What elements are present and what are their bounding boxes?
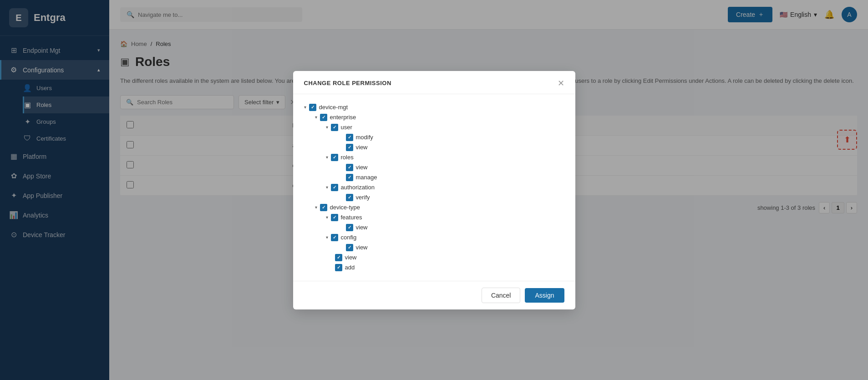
tree-item: add bbox=[326, 263, 564, 273]
tree-item: modify bbox=[337, 132, 564, 142]
tree-checkbox[interactable] bbox=[331, 234, 338, 241]
modal-title: CHANGE ROLE PERMISSION bbox=[304, 80, 391, 86]
tree-checkbox[interactable] bbox=[346, 134, 353, 141]
tree-chevron-icon[interactable]: ▾ bbox=[326, 185, 328, 190]
modal-header: CHANGE ROLE PERMISSION ✕ bbox=[293, 71, 575, 94]
tree-checkbox[interactable] bbox=[346, 144, 353, 151]
tree-item-label: user bbox=[341, 124, 352, 131]
tree-item-label: modify bbox=[356, 134, 373, 141]
tree-item: ▾features bbox=[326, 213, 564, 223]
tree-chevron-icon[interactable]: ▾ bbox=[326, 235, 328, 240]
tree-item-label: view bbox=[356, 164, 368, 171]
tree-chevron-icon[interactable]: ▾ bbox=[304, 105, 306, 110]
tree-item: view bbox=[326, 253, 564, 263]
tree-checkbox[interactable] bbox=[346, 194, 353, 201]
tree-item-label: authorization bbox=[341, 184, 375, 191]
tree-item: ▾enterprise bbox=[315, 112, 564, 122]
tree-item-label: config bbox=[341, 234, 357, 241]
tree-item: view bbox=[337, 142, 564, 152]
tree-item-label: view bbox=[356, 224, 368, 231]
tree-item-label: view bbox=[345, 254, 357, 261]
tree-chevron-icon[interactable]: ▾ bbox=[326, 125, 328, 130]
tree-chevron-icon[interactable]: ▾ bbox=[326, 155, 328, 160]
tree-item: ▾device-mgt bbox=[304, 102, 564, 112]
change-role-permission-modal: CHANGE ROLE PERMISSION ✕ ▾device-mgt▾ent… bbox=[293, 71, 575, 309]
tree-checkbox[interactable] bbox=[331, 214, 338, 221]
tree-item: ▾user bbox=[326, 122, 564, 132]
tree-item: ▾config bbox=[326, 233, 564, 243]
tree-item-label: manage bbox=[356, 174, 377, 181]
tree-item: manage bbox=[337, 172, 564, 182]
tree-chevron-icon[interactable]: ▾ bbox=[315, 205, 317, 210]
cancel-button[interactable]: Cancel bbox=[482, 288, 521, 303]
tree-item: view bbox=[337, 162, 564, 172]
tree-chevron-icon[interactable]: ▾ bbox=[315, 115, 317, 120]
tree-checkbox[interactable] bbox=[335, 254, 342, 261]
tree-item-label: view bbox=[356, 144, 368, 151]
tree-item: ▾device-type bbox=[315, 203, 564, 213]
tree-item: ▾authorization bbox=[326, 182, 564, 193]
tree-checkbox[interactable] bbox=[320, 114, 327, 121]
tree-checkbox[interactable] bbox=[320, 204, 327, 211]
modal-body[interactable]: ▾device-mgt▾enterprise▾usermodifyview▾ro… bbox=[293, 94, 575, 281]
tree-checkbox[interactable] bbox=[335, 264, 342, 271]
tree-checkbox[interactable] bbox=[331, 184, 338, 191]
tree-checkbox[interactable] bbox=[309, 104, 316, 111]
tree-checkbox[interactable] bbox=[331, 124, 338, 131]
tree-item-label: add bbox=[345, 264, 355, 271]
modal-footer: Cancel Assign bbox=[293, 281, 575, 309]
tree-item-label: device-mgt bbox=[319, 104, 348, 111]
tree-checkbox[interactable] bbox=[346, 224, 353, 231]
tree-checkbox[interactable] bbox=[346, 164, 353, 171]
tree-chevron-icon[interactable]: ▾ bbox=[326, 215, 328, 220]
tree-item-label: features bbox=[341, 214, 362, 221]
tree-item-label: verify bbox=[356, 194, 370, 201]
modal-overlay: CHANGE ROLE PERMISSION ✕ ▾device-mgt▾ent… bbox=[0, 0, 868, 380]
tree-item: view bbox=[337, 223, 564, 233]
permission-tree: ▾device-mgt▾enterprise▾usermodifyview▾ro… bbox=[304, 102, 564, 273]
tree-item: verify bbox=[337, 193, 564, 203]
assign-button[interactable]: Assign bbox=[525, 288, 564, 303]
tree-item-label: device-type bbox=[330, 204, 360, 211]
tree-item: ▾roles bbox=[326, 152, 564, 162]
tree-item-label: view bbox=[356, 244, 368, 251]
modal-close-button[interactable]: ✕ bbox=[558, 79, 564, 87]
tree-item-label: roles bbox=[341, 154, 354, 161]
tree-checkbox[interactable] bbox=[331, 154, 338, 161]
tree-item-label: enterprise bbox=[330, 114, 356, 121]
tree-checkbox[interactable] bbox=[346, 244, 353, 251]
tree-checkbox[interactable] bbox=[346, 174, 353, 181]
tree-item: view bbox=[337, 243, 564, 253]
